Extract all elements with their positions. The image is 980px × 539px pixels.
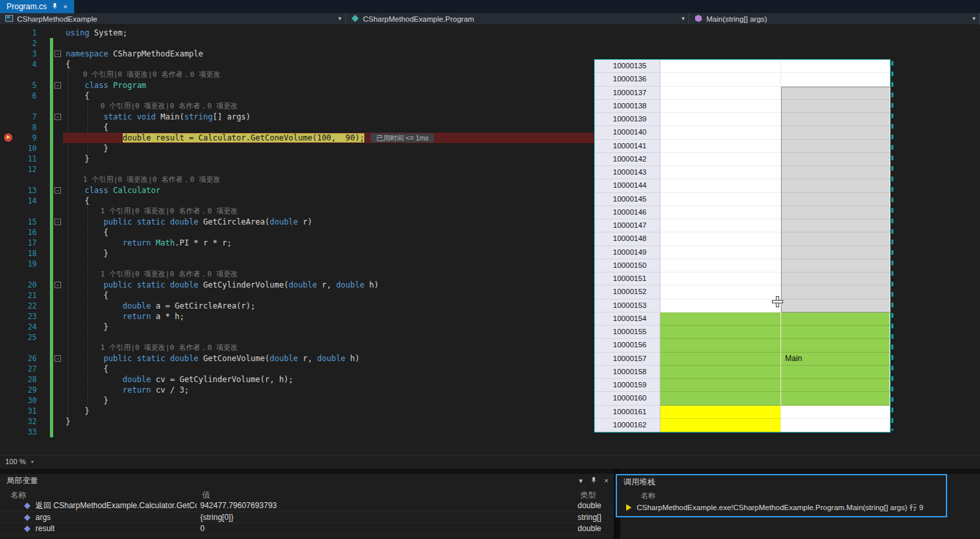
code-line[interactable]: 7- static void Main(string[] args)	[0, 112, 594, 122]
close-icon[interactable]: ×	[605, 475, 608, 486]
code-line[interactable]: 1using System;	[0, 28, 594, 38]
codelens-line[interactable]: 1 个引用|0 项更改|0 名作者，0 项更改	[0, 175, 594, 185]
code-line[interactable]: 9 double result = Calculator.GetConeVolu…	[0, 133, 594, 143]
zoom-dropdown[interactable]: 100 % ▾	[5, 458, 33, 465]
line-number: 7	[0, 112, 37, 122]
line-number: 24	[0, 322, 37, 332]
code-line[interactable]: 12	[0, 164, 594, 175]
code-line[interactable]: 23 return a * h;	[0, 311, 594, 322]
memory-row: 10000152	[595, 286, 890, 299]
memory-address: 10000145	[595, 193, 660, 206]
collapse-toggle[interactable]: -	[54, 114, 61, 120]
code-line[interactable]: 27 {	[0, 364, 594, 374]
change-tracking-bar	[50, 416, 53, 427]
member-dropdown[interactable]: Main(string[] args) ▾	[689, 13, 980, 25]
variable-name: 返回 CSharpMethodExample.Calculator.GetCo	[35, 500, 197, 512]
change-tracking-bar	[50, 343, 53, 353]
memory-address: 10000160	[595, 392, 660, 405]
code-line[interactable]: 3-namespace CSharpMethodExample	[0, 49, 594, 59]
codelens-line[interactable]: 1 个引用|0 项更改|0 名作者，0 项更改	[0, 269, 594, 280]
code-line[interactable]: 24 }	[0, 322, 594, 332]
current-frame-icon	[626, 504, 631, 511]
memory-cell	[660, 87, 781, 100]
code-line[interactable]: 25	[0, 332, 594, 343]
memory-cell	[781, 299, 890, 313]
line-number: 26	[0, 353, 37, 364]
code-line[interactable]: 19	[0, 259, 594, 269]
locals-row[interactable]: args{string[0]}string[]	[0, 512, 614, 524]
line-number: 3	[0, 49, 37, 59]
locals-row[interactable]: 返回 CSharpMethodExample.Calculator.GetCo9…	[0, 500, 614, 512]
code-line[interactable]: 32}	[0, 416, 594, 427]
code-line[interactable]: 20- public static double GetCylinderVolu…	[0, 280, 594, 290]
pin-icon[interactable]	[591, 475, 597, 486]
code-line[interactable]: 15- public static double GetCircleArea(d…	[0, 217, 594, 227]
class-icon	[351, 14, 359, 24]
code-line[interactable]: 26- public static double GetConeVolume(d…	[0, 353, 594, 364]
code-line[interactable]: 10 }	[0, 143, 594, 154]
code-line[interactable]: 21 {	[0, 290, 594, 301]
code-line[interactable]: 11 }	[0, 154, 594, 164]
type-name: CSharpMethodExample.Program	[363, 15, 474, 23]
code-line[interactable]: 16 {	[0, 227, 594, 238]
memory-row: 10000153	[595, 299, 890, 313]
variable-value[interactable]: 0	[200, 523, 205, 535]
code-line[interactable]: 6 {	[0, 91, 594, 101]
code-line[interactable]: 4{	[0, 59, 594, 70]
callstack-frame[interactable]: CSharpMethodExample.exe!CSharpMethodExam…	[617, 502, 946, 513]
mouse-cursor	[772, 296, 783, 307]
variable-value[interactable]: 942477.79607693793	[200, 500, 277, 512]
memory-address: 10000147	[595, 219, 660, 232]
code-line[interactable]: 33	[0, 427, 594, 437]
project-dropdown[interactable]: CSharpMethodExample ▾	[0, 13, 346, 25]
line-number: 10	[0, 143, 37, 154]
codelens-line[interactable]: 1 个引用|0 项更改|0 名作者，0 项更改	[0, 343, 594, 353]
code-line[interactable]: 18 }	[0, 248, 594, 259]
code-line[interactable]: 2	[0, 38, 594, 49]
window-menu-icon[interactable]: ▾	[579, 475, 583, 486]
collapse-toggle[interactable]: -	[54, 355, 61, 362]
memory-row: 10000156	[595, 339, 890, 352]
close-icon[interactable]: ×	[63, 0, 67, 13]
variable-name: args	[35, 512, 51, 524]
memory-cell	[781, 193, 890, 206]
locals-row[interactable]: result0double	[0, 523, 614, 535]
code-line[interactable]: 17 return Math.PI * r * r;	[0, 238, 594, 248]
codelens-line[interactable]: 0 个引用|0 项更改|0 名作者，0 项更改	[0, 101, 594, 112]
code-line[interactable]: 8 {	[0, 122, 594, 133]
change-tracking-bar	[50, 154, 53, 164]
collapse-toggle[interactable]: -	[54, 187, 61, 194]
code-line[interactable]: 31 }	[0, 406, 594, 416]
code-line[interactable]: 14 {	[0, 196, 594, 206]
zoom-level: 100 %	[5, 458, 26, 465]
collapse-toggle[interactable]: -	[54, 282, 61, 288]
codelens-line[interactable]: 1 个引用|0 项更改|0 名作者，0 项更改	[0, 206, 594, 217]
pin-icon[interactable]	[52, 0, 58, 13]
code-line[interactable]: 13- class Calculator	[0, 185, 594, 196]
code-line[interactable]: 5- class Program	[0, 80, 594, 91]
memory-address: 10000156	[595, 339, 660, 352]
memory-rows: 1000013510000136100001371000013810000139…	[595, 60, 890, 432]
column-header-name: 名称	[11, 490, 26, 501]
change-tracking-bar	[50, 385, 53, 395]
collapse-toggle[interactable]: -	[54, 82, 61, 89]
perf-tip[interactable]: 已用时间 <= 1ms	[371, 133, 434, 142]
codelens-line[interactable]: 0 个引用|0 项更改|0 名作者，0 项更改	[0, 70, 594, 80]
change-tracking-bar	[50, 227, 53, 238]
collapse-toggle[interactable]: -	[54, 219, 61, 225]
variable-value[interactable]: {string[0]}	[200, 512, 234, 524]
code-line[interactable]: 28 double cv = GetCylinderVolume(r, h);	[0, 374, 594, 385]
frame-text: CSharpMethodExample.exe!CSharpMethodExam…	[637, 502, 924, 513]
callstack-panel: 调用堆栈 名称 CSharpMethodExample.exe!CSharpMe…	[616, 474, 947, 517]
code-editor[interactable]: 1using System;23-namespace CSharpMethodE…	[0, 25, 594, 437]
code-line[interactable]: 30 }	[0, 395, 594, 406]
memory-address: 10000143	[595, 166, 660, 179]
code-line[interactable]: 22 double a = GetCircleArea(r);	[0, 301, 594, 311]
collapse-toggle[interactable]: -	[54, 51, 61, 57]
tab-program-cs[interactable]: Program.cs ×	[0, 0, 74, 13]
type-dropdown[interactable]: CSharpMethodExample.Program ▾	[346, 13, 689, 25]
change-tracking-bar	[50, 185, 53, 196]
chevron-down-icon: ▾	[31, 459, 33, 465]
change-tracking-bar	[50, 280, 53, 290]
code-line[interactable]: 29 return cv / 3;	[0, 385, 594, 395]
